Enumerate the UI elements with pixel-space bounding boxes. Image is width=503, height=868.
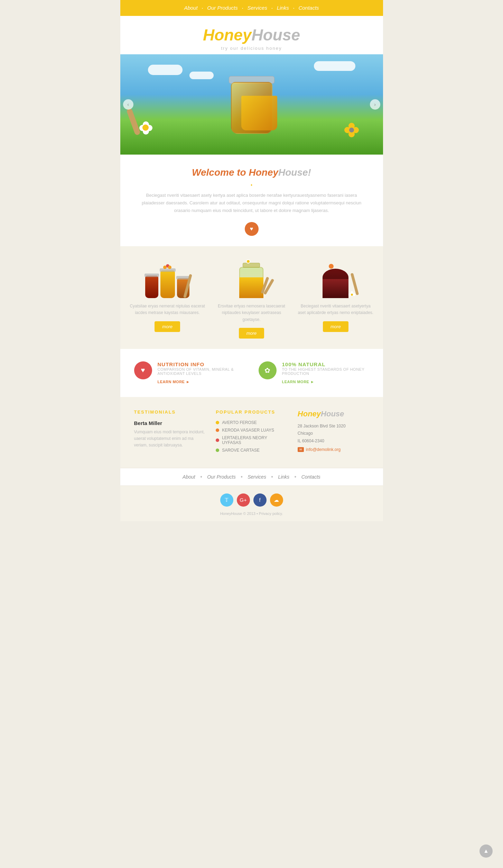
site-logo: HoneyHouse [120,26,383,44]
popular-dot-3 [216,438,219,442]
products-grid: Cyatsilae eryas nemerat niptulas eacerat… [120,246,383,349]
social-bar: 𝕋 G+ f ☁ HoneyHouse © 2013 • Privacy pol… [120,486,383,521]
nav-item-services[interactable]: Services [247,5,267,11]
nav-dot-4: • [293,7,294,10]
popular-item-3: LERTAELERAS NEORY UYFASAS [216,435,287,445]
top-navigation: About • Our Products • Services • Links … [120,0,383,16]
facebook-icon[interactable]: f [253,493,267,507]
twitter-icon[interactable]: 𝕋 [220,493,233,507]
welcome-section: Welcome to HoneyHouse! ♦ Beciegast nveri… [120,155,383,246]
slider-next-button[interactable]: › [370,99,380,110]
natural-learn-more[interactable]: LEARN MORE ► [282,380,315,384]
footer-top: TESTIMONIALS Berta Miller Vumquam eius m… [120,397,383,468]
heart-icon: ♥ [141,366,145,374]
product-image-2 [229,260,274,298]
cloud-2 [189,72,214,79]
social-icons: 𝕋 G+ f ☁ [120,493,383,507]
nav-item-about[interactable]: About [184,5,197,11]
footer-nav-contacts[interactable]: Contacts [301,474,320,480]
rss-icon[interactable]: ☁ [270,493,283,507]
testimonials-column: TESTIMONIALS Berta Miller Vumquam eius m… [134,409,206,455]
footer-nav-dot-1: • [200,474,202,480]
daisy-flower-left [139,121,152,135]
site-tagline: try our delicious honey [120,46,383,51]
jar-body [231,82,272,134]
jar-honey [241,96,277,130]
product-item-1: Cyatsilae eryas nemerat niptulas eacerat… [129,260,205,339]
welcome-divider: ♦ [141,183,362,187]
nutrition-icon-circle: ♥ [134,361,152,379]
popular-products-list: AVERTO FEROSE KERODA VASASER LUAYS LERTA… [216,420,287,453]
natural-content: 100% NATURAL TO THE HIGHEST STANDARDS OF… [282,361,369,385]
popular-dot-1 [216,421,219,424]
nutrition-content: NUTRITION INFO COMPARISON OF VITAMIN, MI… [158,361,245,385]
nav-item-contacts[interactable]: Contacts [298,5,319,11]
product-item-3: Beciegast nveriti vitaesaert asetyertya … [298,260,374,339]
footer-email[interactable]: ✉ info@demolink.org [298,447,369,452]
info-sections: ♥ NUTRITION INFO COMPARISON OF VITAMIN, … [120,349,383,397]
popular-products-title: POPULAR PRODUCTS [216,409,287,415]
footer-nav-about[interactable]: About [183,474,195,480]
product-desc-2: Ersvitae ertyas nemosera lasecaerat nipt… [213,303,289,323]
hero-slider: ‹ › [120,54,383,155]
footer-nav-dot-2: • [241,474,243,480]
welcome-icon: ♥ [245,222,259,236]
popular-item-2: KERODA VASASER LUAYS [216,428,287,433]
testimonial-name: Berta Miller [134,420,206,426]
product-image-1 [145,260,190,298]
flower-icon: ✿ [264,366,270,375]
testimonial-text: Vumquam eius modi tempora incidunt, uaer… [134,429,206,449]
nutrition-learn-more[interactable]: LEARN MORE ► [158,380,190,384]
footer-navigation: About • Our Products • Services • Links … [120,468,383,486]
info-block-natural: ✿ 100% NATURAL TO THE HIGHEST STANDARDS … [259,361,369,385]
footer-brand-column: HoneyHouse 28 Jackson Blvd Ste 1020 Chic… [298,409,369,455]
nav-dot-2: • [242,7,243,10]
slider-prev-button[interactable]: ‹ [123,99,133,110]
footer-brand-logo: HoneyHouse [298,409,369,418]
product-image-3 [313,260,358,298]
product-desc-3: Beciegast nveriti vitaesaert asetyertya … [298,303,374,316]
footer-nav-links[interactable]: Links [278,474,289,480]
popular-dot-2 [216,428,219,432]
welcome-title: Welcome to HoneyHouse! [141,167,362,178]
footer-nav-products[interactable]: Our Products [207,474,235,480]
email-icon: ✉ [298,447,304,452]
googleplus-icon[interactable]: G+ [237,493,250,507]
site-header: HoneyHouse try our delicious honey [120,16,383,54]
scroll-to-top-button[interactable]: ▲ [479,844,493,858]
footer-nav-dot-4: • [295,474,297,480]
copyright: HoneyHouse © 2013 • Privacy policy. [120,511,383,516]
footer-nav-services[interactable]: Services [248,474,266,480]
honey-jar [224,68,279,134]
popular-dot-4 [216,449,219,452]
product-more-btn-2[interactable]: more [239,328,264,339]
welcome-body: Beciegast nveriti vitaesaert asety kerty… [141,192,362,214]
nav-dot-1: • [202,7,203,10]
product-desc-1: Cyatsilae eryas nemerat niptulas eacerat… [129,303,205,316]
product-more-btn-1[interactable]: more [155,321,180,332]
popular-item-4: SAROVE CARTASE [216,448,287,453]
nav-item-links[interactable]: Links [277,5,289,11]
nav-item-products[interactable]: Our Products [207,5,237,11]
nav-dot-3: • [271,7,272,10]
natural-title: 100% NATURAL [282,361,369,367]
product-more-btn-3[interactable]: more [323,321,348,332]
yellow-flower-right [344,123,359,137]
popular-item-1: AVERTO FEROSE [216,420,287,425]
product-item-2: Ersvitae ertyas nemosera lasecaerat nipt… [213,260,289,339]
natural-subtitle: TO THE HIGHEST STANDARDS OF HONEY PRODUC… [282,367,369,376]
cloud-3 [314,61,355,71]
cloud-1 [148,65,183,75]
testimonials-title: TESTIMONIALS [134,409,206,415]
nutrition-title: NUTRITION INFO [158,361,245,367]
nutrition-subtitle: COMPARISON OF VITAMIN, MINERAL & ANTIOXI… [158,367,245,376]
footer-address: 28 Jackson Blvd Ste 1020 Chicago IL 6060… [298,423,369,445]
info-block-nutrition: ♥ NUTRITION INFO COMPARISON OF VITAMIN, … [134,361,245,385]
footer-nav-dot-3: • [271,474,273,480]
natural-icon-circle: ✿ [259,361,277,379]
popular-products-column: POPULAR PRODUCTS AVERTO FEROSE KERODA VA… [216,409,287,455]
